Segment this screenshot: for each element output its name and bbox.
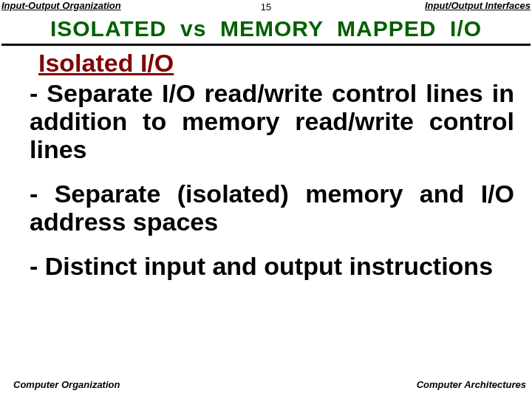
bullet-item: - Separate (isolated) memory and I/O add… (30, 180, 514, 236)
header-page-number: 15 (261, 1, 271, 13)
slide: Input-Output Organization 15 Input/Outpu… (0, 0, 532, 399)
footer-right: Computer Architectures (417, 379, 526, 390)
slide-body: Isolated I/O - Separate I/O read/write c… (30, 49, 514, 296)
slide-title: ISOLATED vs MEMORY MAPPED I/O (0, 16, 532, 41)
section-heading: Isolated I/O (38, 49, 514, 78)
header-left: Input-Output Organization (1, 0, 121, 11)
header-right: Input/Output Interfaces (425, 0, 531, 11)
title-rule (1, 44, 531, 46)
header-row: Input-Output Organization 15 Input/Outpu… (0, 0, 532, 15)
footer-left: Computer Organization (13, 379, 120, 390)
bullet-item: - Distinct input and output instructions (30, 252, 514, 280)
bullet-item: - Separate I/O read/write control lines … (30, 79, 514, 163)
